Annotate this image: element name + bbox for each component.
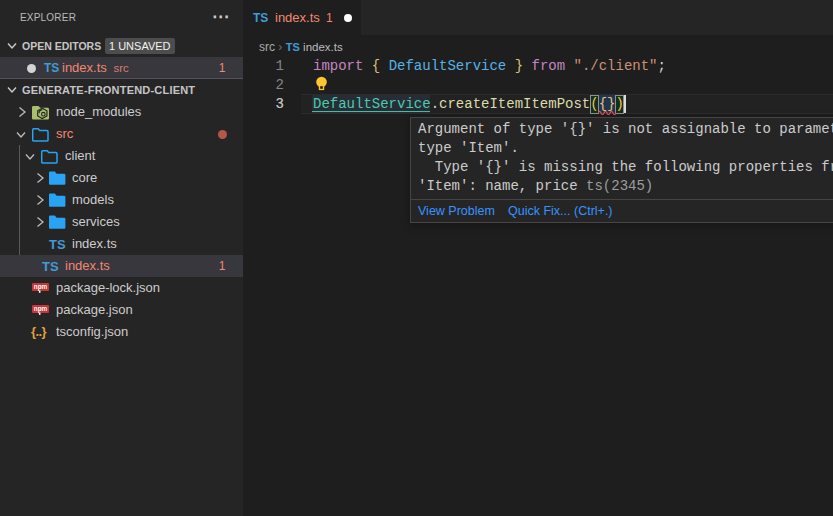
svg-text:npm: npm: [34, 305, 48, 313]
svg-text:npm: npm: [34, 283, 48, 291]
